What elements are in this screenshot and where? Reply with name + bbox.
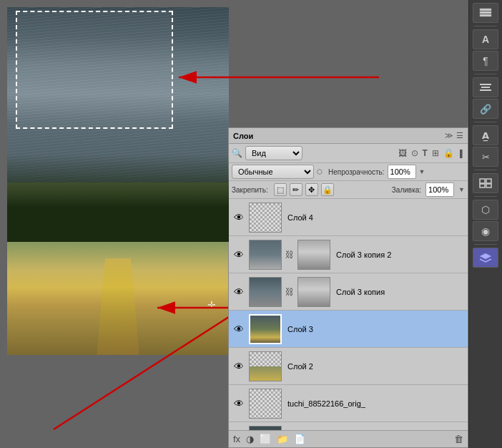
svg-rect-13 bbox=[480, 184, 485, 188]
eye-icon-layer3copy2[interactable]: 👁 bbox=[232, 248, 246, 262]
right-toolbar: A ¶ 🔗 A̲ ✂ ⬡ ◉ bbox=[468, 0, 502, 448]
collapse-icon[interactable]: ≫ bbox=[445, 131, 453, 140]
link-icon-layer3copy2: ⛓ bbox=[285, 240, 295, 270]
panel-bottom: fx ◑ ⬜ 📁 📄 🗑 bbox=[229, 430, 468, 447]
toolbar-separator-5 bbox=[474, 196, 497, 197]
blend-mode-select[interactable]: Обычные bbox=[232, 165, 314, 179]
toolbar-btn-align[interactable] bbox=[473, 77, 498, 97]
mask-button[interactable]: ⬜ bbox=[260, 434, 271, 444]
panel-scrollbar-btn[interactable]: ▌ bbox=[460, 150, 465, 157]
eye-icon-layer3copy[interactable]: 👁 bbox=[232, 285, 246, 299]
filter-adjust-icon[interactable]: ⊙ bbox=[411, 148, 418, 158]
fx-button[interactable]: fx bbox=[233, 434, 240, 444]
lock-icons: ⬚ ✏ ✥ 🔒 bbox=[274, 183, 334, 196]
layer-row-orig[interactable]: 👁 tuchi_88522166_orig_ bbox=[229, 385, 468, 422]
eye-icon-layer3[interactable]: 👁 bbox=[232, 322, 246, 336]
new-layer-button[interactable]: 📄 bbox=[294, 434, 305, 444]
panel-header-icons: ≫ ☰ bbox=[445, 131, 463, 140]
layers-list[interactable]: 👁 Слой 4 👁 ⛓ Слой 3 копия 2 👁 ⛓ Слой 3 к… bbox=[229, 199, 468, 430]
lock-label: Закрепить: bbox=[232, 186, 268, 194]
layer-row-layer4[interactable]: 👁 Слой 4 bbox=[229, 199, 468, 236]
layer-name-layer3: Слой 3 bbox=[285, 325, 465, 333]
layer-name-orig: tuchi_88522166_orig_ bbox=[285, 399, 465, 408]
toolbar-separator-1 bbox=[474, 26, 497, 26]
thumb-layer1 bbox=[249, 426, 282, 431]
typeface-icon: A̲ bbox=[482, 130, 489, 141]
toolbar-btn-3d[interactable]: ⬡ bbox=[473, 200, 498, 220]
layers2-icon bbox=[479, 253, 492, 263]
eye-icon-orig[interactable]: 👁 bbox=[232, 396, 246, 411]
svg-rect-9 bbox=[481, 87, 490, 88]
cross-cursor: ✛ bbox=[207, 299, 216, 311]
thumb-layer4 bbox=[249, 203, 282, 233]
search-select[interactable]: Вид bbox=[245, 146, 302, 160]
text-icon: A bbox=[482, 34, 489, 45]
thumb-layer3copy2 bbox=[249, 240, 282, 270]
trees-layer bbox=[7, 155, 229, 243]
blend-row: Обычные ⬡ Непрозрачность: ▼ bbox=[229, 163, 468, 181]
eye-icon-layer2[interactable]: 👁 bbox=[232, 359, 246, 374]
layer-name-layer3copy: Слой 3 копия bbox=[333, 288, 465, 296]
lock-all-btn[interactable]: 🔒 bbox=[321, 183, 334, 196]
thumb-layer2 bbox=[249, 351, 282, 381]
filter-shape-icon[interactable]: ⊞ bbox=[432, 148, 439, 158]
toolbar-btn-link[interactable]: 🔗 bbox=[473, 99, 498, 119]
fill-input[interactable] bbox=[425, 182, 454, 197]
thumb-orig bbox=[249, 389, 282, 419]
opacity-input[interactable] bbox=[388, 165, 416, 179]
layer-row-layer1[interactable]: 👁 Слой 1 bbox=[229, 422, 468, 430]
toolbar-btn-layers[interactable] bbox=[473, 3, 498, 23]
layer-name-layer2: Слой 2 bbox=[285, 362, 465, 371]
panel-title: Слои bbox=[233, 132, 253, 140]
fill-arrow[interactable]: ▼ bbox=[458, 186, 465, 193]
toolbar-btn-text[interactable]: A bbox=[473, 29, 498, 49]
svg-rect-7 bbox=[480, 14, 491, 16]
blend-arrow: ⬡ bbox=[317, 168, 323, 175]
svg-rect-14 bbox=[486, 184, 491, 188]
group-button[interactable]: 📁 bbox=[277, 434, 288, 444]
lock-transparent-btn[interactable]: ⬚ bbox=[274, 183, 287, 196]
toolbar-btn-para[interactable]: ¶ bbox=[473, 51, 498, 71]
filter-lock-icon[interactable]: 🔒 bbox=[443, 148, 454, 158]
layer-row-layer3copy[interactable]: 👁 ⛓ Слой 3 копия bbox=[229, 273, 468, 311]
layer-row-layer2[interactable]: 👁 Слой 2 bbox=[229, 348, 468, 385]
filter-text-icon[interactable]: T bbox=[423, 148, 428, 158]
fill-label: Заливка: bbox=[392, 186, 421, 194]
thumb-layer3copy bbox=[249, 277, 282, 307]
toolbar-btn-typeface[interactable]: A̲ bbox=[473, 125, 498, 145]
lock-move-btn[interactable]: ✥ bbox=[305, 183, 318, 196]
eye-icon-layer4[interactable]: 👁 bbox=[232, 210, 246, 225]
align-icon bbox=[479, 82, 492, 92]
layer-name-layer3copy2: Слой 3 копия 2 bbox=[333, 250, 465, 259]
link-icon: 🔗 bbox=[480, 104, 491, 115]
svg-rect-11 bbox=[480, 179, 485, 183]
svg-rect-6 bbox=[480, 11, 491, 14]
search-icon: 🔍 bbox=[232, 148, 242, 158]
delete-layer-button[interactable]: 🗑 bbox=[454, 434, 463, 444]
opacity-arrow[interactable]: ▼ bbox=[419, 168, 425, 175]
circle-icon: ◉ bbox=[481, 225, 490, 237]
panel-header: Слои ≫ ☰ bbox=[229, 128, 468, 144]
layers-panel: Слои ≫ ☰ 🔍 Вид 🖼 ⊙ T ⊞ 🔒 ▌ Обычные ⬡ Неп… bbox=[228, 127, 468, 448]
svg-rect-10 bbox=[480, 89, 491, 91]
adjustment-button[interactable]: ◑ bbox=[246, 434, 254, 444]
toolbar-btn-layers2[interactable] bbox=[473, 248, 498, 268]
toolbar-btn-grid[interactable] bbox=[473, 173, 498, 193]
grid-icon bbox=[479, 178, 492, 188]
panel-menu-icon[interactable]: ☰ bbox=[456, 131, 463, 140]
filter-image-icon[interactable]: 🖼 bbox=[398, 148, 407, 158]
toolbar-separator-3 bbox=[474, 122, 497, 122]
thumb-layer3 bbox=[249, 314, 282, 344]
selection-rect bbox=[16, 11, 173, 129]
link-icon-layer3copy: ⛓ bbox=[285, 277, 295, 307]
layer-row-layer3[interactable]: 👁 Слой 3 bbox=[229, 311, 468, 348]
toolbar-btn-scissors[interactable]: ✂ bbox=[473, 147, 498, 167]
lock-paint-btn[interactable]: ✏ bbox=[290, 183, 302, 196]
toolbar-separator-6 bbox=[474, 244, 497, 245]
layers-icon bbox=[479, 8, 492, 18]
layer-row-layer3copy2[interactable]: 👁 ⛓ Слой 3 копия 2 bbox=[229, 236, 468, 273]
mask-layer3copy bbox=[297, 277, 330, 307]
layer-name-layer4: Слой 4 bbox=[285, 213, 465, 222]
gray-area-bottom bbox=[0, 355, 229, 448]
toolbar-btn-circle[interactable]: ◉ bbox=[473, 221, 498, 241]
